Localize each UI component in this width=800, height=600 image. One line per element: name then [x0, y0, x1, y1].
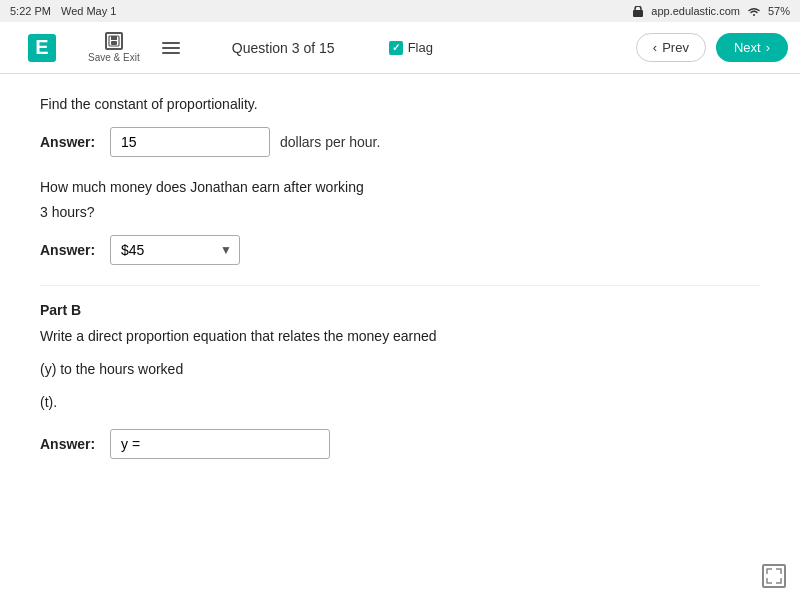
- url-display: app.edulastic.com: [651, 5, 740, 17]
- question-2-answer-row: Answer: $45 $30 $60 $90 ▼: [40, 235, 760, 265]
- section-divider: [40, 285, 760, 286]
- prev-label: Prev: [662, 40, 689, 55]
- next-arrow-icon: ›: [766, 40, 770, 55]
- question-1-text: Find the constant of proportionality.: [40, 94, 760, 115]
- status-bar: 5:22 PM Wed May 1 app.edulastic.com 57%: [0, 0, 800, 22]
- question-2-section: How much money does Jonathan earn after …: [40, 177, 760, 265]
- part-b-answer-row: Answer:: [40, 429, 760, 459]
- expand-button[interactable]: [760, 562, 788, 590]
- lock-icon: [631, 6, 645, 17]
- save-icon: [105, 32, 123, 50]
- svg-rect-2: [111, 36, 117, 40]
- question-2-text-1: How much money does Jonathan earn after …: [40, 177, 760, 198]
- next-button[interactable]: Next ›: [716, 33, 788, 62]
- save-exit-label: Save & Exit: [88, 52, 140, 63]
- question-1-section: Find the constant of proportionality. An…: [40, 94, 760, 157]
- main-content: Find the constant of proportionality. An…: [0, 74, 800, 600]
- part-b-section: Part B Write a direct proportion equatio…: [40, 302, 760, 459]
- logo-button[interactable]: E: [12, 26, 72, 70]
- expand-icon: [762, 564, 786, 588]
- question-2-answer-label: Answer:: [40, 242, 100, 258]
- status-bar-right: app.edulastic.com 57%: [631, 5, 790, 17]
- question-2-answer-select[interactable]: $45 $30 $60 $90: [110, 235, 240, 265]
- nav-bar: E Save & Exit Question 3 of 15 Flag ‹ Pr…: [0, 22, 800, 74]
- question-2-select-wrapper: $45 $30 $60 $90 ▼: [110, 235, 240, 265]
- date-display: Wed May 1: [61, 5, 116, 17]
- question-1-answer-unit: dollars per hour.: [280, 134, 380, 150]
- part-b-text-3: (t).: [40, 392, 760, 413]
- svg-rect-0: [633, 10, 643, 17]
- flag-checkbox: [389, 41, 403, 55]
- battery-display: 57%: [768, 5, 790, 17]
- wifi-icon: [746, 5, 762, 17]
- time-display: 5:22 PM: [10, 5, 51, 17]
- next-label: Next: [734, 40, 761, 55]
- flag-label: Flag: [408, 40, 433, 55]
- prev-button[interactable]: ‹ Prev: [636, 33, 706, 62]
- logo-letter: E: [28, 34, 56, 62]
- question-2-text-2: 3 hours?: [40, 202, 760, 223]
- flag-button[interactable]: Flag: [381, 36, 441, 59]
- question-1-answer-input[interactable]: [110, 127, 270, 157]
- part-b-label: Part B: [40, 302, 760, 318]
- part-b-text-2: (y) to the hours worked: [40, 359, 760, 380]
- question-label: Question 3 of 15: [196, 40, 371, 56]
- question-1-answer-row: Answer: dollars per hour.: [40, 127, 760, 157]
- save-exit-button[interactable]: Save & Exit: [82, 28, 146, 67]
- question-1-answer-label: Answer:: [40, 134, 100, 150]
- hamburger-menu[interactable]: [156, 36, 186, 60]
- part-b-answer-input[interactable]: [110, 429, 330, 459]
- svg-rect-3: [111, 41, 117, 45]
- part-b-answer-label: Answer:: [40, 436, 100, 452]
- prev-arrow-icon: ‹: [653, 40, 657, 55]
- part-b-text-1: Write a direct proportion equation that …: [40, 326, 760, 347]
